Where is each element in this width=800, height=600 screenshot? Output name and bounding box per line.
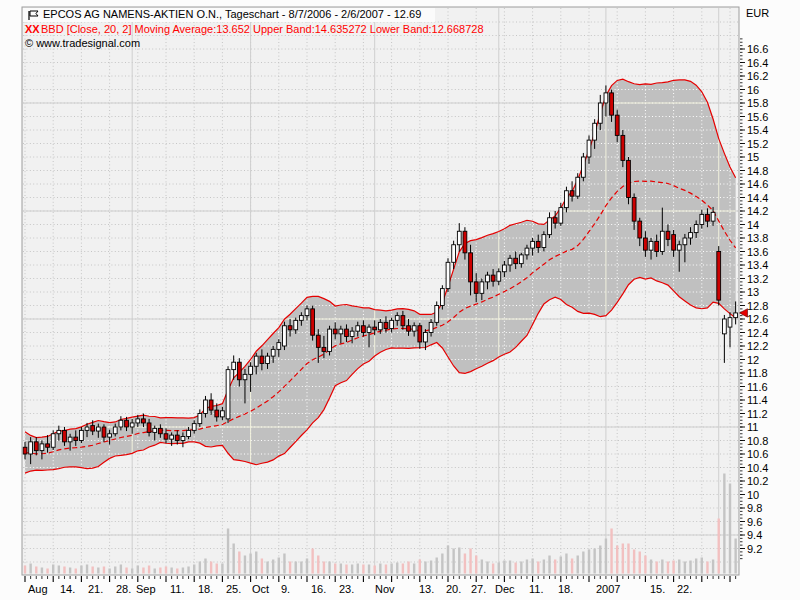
volume-bar	[75, 569, 77, 574]
y-tick-label: 9.6	[747, 516, 762, 528]
volume-bar	[29, 564, 31, 574]
indicator-icon: XX	[25, 23, 40, 35]
volume-bar	[661, 560, 663, 574]
candle-down	[672, 235, 676, 251]
volume-bar	[729, 484, 731, 574]
indicator-label: BBD [Close, 20, 2] Moving Average:13.652…	[41, 23, 484, 35]
candle-down	[717, 252, 721, 301]
volume-bar	[255, 552, 257, 574]
volume-bar	[289, 562, 291, 574]
candle-down	[644, 238, 648, 250]
volume-bar	[182, 568, 184, 574]
candle-up	[598, 103, 602, 123]
candle-down	[322, 347, 326, 351]
volume-bar	[351, 565, 353, 574]
candle-down	[260, 356, 264, 363]
volume-bar	[187, 567, 189, 574]
candle-up	[68, 437, 72, 442]
volume-bar	[554, 560, 556, 574]
candle-up	[497, 272, 501, 281]
volume-bar	[362, 565, 364, 574]
y-tick-label: 13.8	[747, 232, 768, 244]
volume-bar	[154, 569, 156, 574]
volume-bar	[120, 565, 122, 574]
candle-up	[412, 326, 416, 331]
candle-down	[102, 427, 106, 437]
candle-down	[147, 423, 151, 432]
candle-up	[108, 434, 112, 437]
volume-bar	[114, 567, 116, 574]
candle-down	[491, 275, 495, 281]
y-tick-label: 10.2	[747, 475, 768, 487]
candle-up	[57, 430, 61, 433]
x-tick-label: 25.	[226, 583, 241, 595]
volume-bar	[402, 564, 404, 574]
volume-bar	[723, 474, 725, 574]
x-tick-label: Dec	[495, 583, 515, 595]
volume-bar	[526, 560, 528, 574]
volume-bar	[582, 552, 584, 574]
x-tick-label: 22.	[677, 583, 692, 595]
candle-up	[181, 436, 185, 440]
candle-up	[700, 214, 704, 224]
y-tick-label: 12	[747, 354, 759, 366]
candle-up	[525, 248, 529, 255]
candle-up	[80, 430, 84, 440]
volume-bar	[718, 519, 720, 574]
y-tick-label: 12.4	[747, 327, 768, 339]
volume-bar	[452, 549, 454, 574]
volume-bar	[317, 556, 319, 574]
volume-bar	[571, 559, 573, 574]
volume-bar	[610, 529, 612, 574]
candle-up	[728, 318, 732, 327]
y-tick-label: 13.2	[747, 273, 768, 285]
candle-up	[694, 225, 698, 233]
y-tick-label: 10.6	[747, 448, 768, 460]
candle-down	[615, 115, 619, 135]
candle-up	[96, 427, 100, 431]
x-tick-label: Nov	[375, 583, 395, 595]
candle-down	[23, 447, 27, 454]
candle-down	[316, 335, 320, 347]
volume-bar	[650, 560, 652, 574]
candle-up	[198, 414, 202, 424]
candle-up	[378, 322, 382, 329]
volume-bar	[622, 544, 624, 574]
candle-up	[440, 289, 444, 306]
volume-bar	[548, 556, 550, 574]
y-tick-label: 12.6	[747, 313, 768, 325]
x-tick-label: 18.	[198, 583, 213, 595]
candle-down	[373, 327, 377, 330]
volume-bar	[97, 568, 99, 574]
volume-bar	[227, 529, 229, 574]
copyright-label: © www.tradesignal.com	[25, 37, 140, 49]
candle-up	[204, 400, 208, 414]
candle-up	[722, 319, 726, 334]
candle-up	[711, 212, 715, 221]
y-tick-label: 16.4	[747, 57, 768, 69]
candle-down	[570, 191, 574, 196]
candle-up	[339, 329, 343, 334]
candle-up	[119, 420, 123, 427]
volume-bar	[295, 562, 297, 574]
volume-bar	[385, 565, 387, 574]
volume-bar	[537, 562, 539, 574]
volume-bar	[159, 568, 161, 574]
candle-down	[63, 430, 67, 441]
candle-up	[40, 444, 44, 451]
volume-bar	[436, 558, 438, 574]
candle-up	[660, 231, 664, 251]
candle-up	[457, 231, 461, 245]
candle-down	[384, 322, 388, 328]
y-tick-label: 14.6	[747, 178, 768, 190]
price-chart-canvas[interactable]: 9.29.49.69.81010.210.410.610.81111.211.4…	[0, 0, 800, 600]
candle-up	[486, 275, 490, 282]
y-tick-label: 9.8	[747, 502, 762, 514]
volume-bar	[684, 562, 686, 574]
candle-up	[604, 93, 608, 103]
volume-bar	[311, 549, 313, 574]
volume-bar	[63, 567, 65, 574]
candle-down	[610, 93, 614, 115]
y-tick-label: 12.2	[747, 340, 768, 352]
y-tick-label: 14.8	[747, 165, 768, 177]
